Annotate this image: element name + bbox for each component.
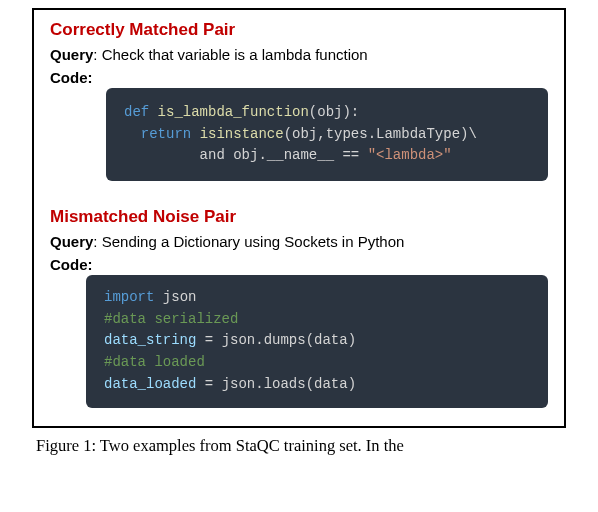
code-label-2: Code: — [50, 256, 93, 273]
figure-box: Correctly Matched Pair Query: Check that… — [32, 8, 566, 428]
query-line-2: Query: Sending a Dictionary using Socket… — [50, 233, 548, 250]
correct-pair-title: Correctly Matched Pair — [50, 20, 548, 40]
query-label-1: Query — [50, 46, 93, 63]
code-block-2: import json #data serialized data_string… — [86, 275, 548, 407]
query-text-1: : Check that variable is a lambda functi… — [93, 46, 367, 63]
figure-caption: Figure 1: Two examples from StaQC traini… — [32, 436, 566, 456]
code-label-1: Code: — [50, 69, 93, 86]
mismatch-pair-title: Mismatched Noise Pair — [50, 207, 548, 227]
code-block-1: def is_lambda_function(obj): return isin… — [106, 88, 548, 181]
query-line-1: Query: Check that variable is a lambda f… — [50, 46, 548, 63]
query-label-2: Query — [50, 233, 93, 250]
query-text-2: : Sending a Dictionary using Sockets in … — [93, 233, 404, 250]
